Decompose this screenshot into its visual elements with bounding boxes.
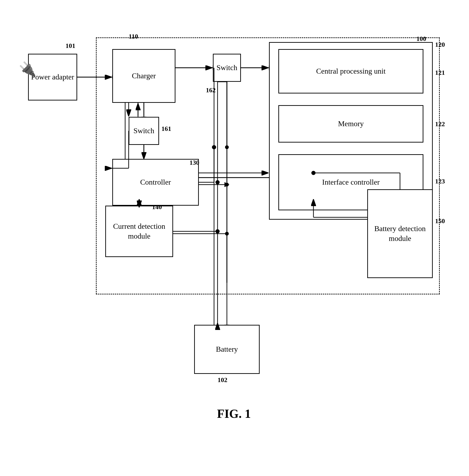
label-121: 121 bbox=[435, 69, 445, 76]
plug-icon: 🔌 bbox=[19, 61, 36, 77]
label-162: 162 bbox=[206, 86, 216, 94]
label-122: 122 bbox=[435, 120, 445, 128]
label-161: 161 bbox=[161, 125, 171, 132]
cpu-box: Central processing unit bbox=[278, 49, 423, 94]
charger-box: Charger bbox=[112, 49, 175, 103]
charger-label: Charger bbox=[132, 71, 156, 81]
current-detection-label: Current detection module bbox=[106, 222, 172, 241]
battery-detection-box: Battery detection module bbox=[367, 189, 433, 278]
current-detection-box: Current detection module bbox=[105, 206, 173, 257]
label-100: 100 bbox=[416, 35, 426, 43]
switch162-label: Switch bbox=[217, 63, 237, 73]
label-150: 150 bbox=[435, 217, 445, 225]
memory-box: Memory bbox=[278, 105, 423, 143]
label-130: 130 bbox=[189, 159, 199, 166]
battery-box: Battery bbox=[194, 325, 260, 374]
diagram: Power adapter 🔌 101 100 Charger 110 Swit… bbox=[14, 14, 454, 423]
label-123: 123 bbox=[435, 178, 445, 185]
label-120: 120 bbox=[435, 41, 445, 48]
controller-label: Controller bbox=[140, 177, 171, 187]
memory-label: Memory bbox=[338, 119, 364, 129]
cpu-label: Central processing unit bbox=[316, 66, 386, 76]
label-110: 110 bbox=[129, 33, 138, 40]
label-102: 102 bbox=[218, 376, 227, 384]
switch162-box: Switch bbox=[213, 54, 241, 82]
figure-caption: FIG. 1 bbox=[14, 407, 454, 421]
battery-label: Battery bbox=[216, 344, 238, 354]
label-140: 140 bbox=[152, 203, 162, 211]
label-101: 101 bbox=[66, 42, 75, 49]
switch161-box: Switch bbox=[129, 117, 159, 145]
battery-detection-label: Battery detection module bbox=[368, 224, 432, 243]
switch161-label: Switch bbox=[134, 126, 154, 136]
controller-box: Controller bbox=[112, 159, 199, 206]
interface-controller-label: Interface controller bbox=[322, 177, 380, 187]
power-adapter-label: Power adapter bbox=[31, 72, 74, 82]
